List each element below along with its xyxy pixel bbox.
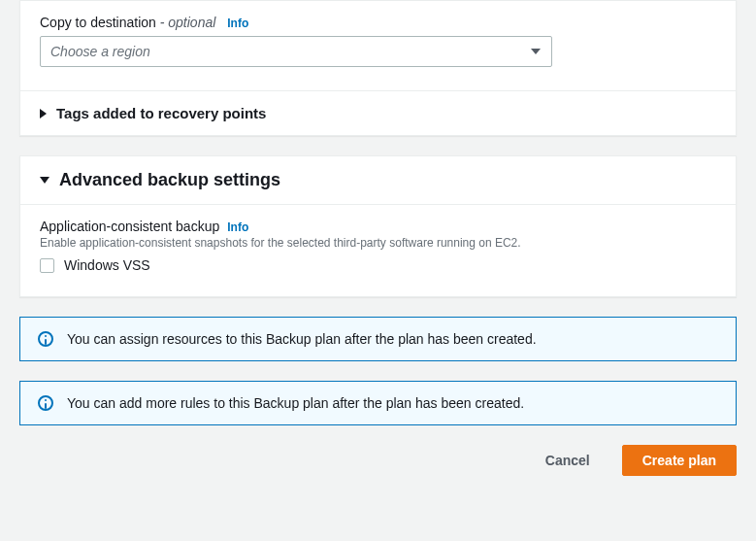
windows-vss-row: Windows VSS — [40, 257, 716, 273]
panel-copy-and-tags: Copy to destination - optional Info Choo… — [19, 0, 737, 136]
banner-assign-resources-text: You can assign resources to this Backup … — [67, 331, 537, 347]
windows-vss-checkbox[interactable] — [40, 258, 54, 273]
advanced-expander-title: Advanced backup settings — [59, 170, 280, 190]
app-consistent-label: Application-consistent backup — [40, 219, 219, 234]
copy-destination-label: Copy to destination - optional Info — [40, 15, 716, 30]
panel-advanced-settings: Advanced backup settings Application-con… — [19, 155, 737, 297]
caret-down-icon — [40, 177, 49, 184]
create-plan-button[interactable]: Create plan — [622, 445, 737, 476]
banner-add-rules: You can add more rules to this Backup pl… — [19, 381, 737, 425]
app-consistent-description: Enable application-consistent snapshots … — [40, 236, 716, 250]
banner-assign-resources: You can assign resources to this Backup … — [19, 317, 737, 361]
banner-add-rules-text: You can add more rules to this Backup pl… — [67, 395, 524, 411]
copy-destination-placeholder: Choose a region — [50, 44, 150, 59]
app-consistent-label-row: Application-consistent backup Info — [40, 219, 716, 234]
tags-expander-title: Tags added to recovery points — [56, 105, 266, 121]
copy-destination-info-link[interactable]: Info — [227, 17, 248, 30]
caret-right-icon — [40, 109, 47, 118]
copy-destination-select[interactable]: Choose a region — [40, 36, 552, 67]
app-consistent-info-link[interactable]: Info — [227, 220, 248, 234]
action-bar: Cancel Create plan — [19, 445, 737, 495]
optional-suffix: - optional — [156, 15, 215, 30]
windows-vss-label: Windows VSS — [64, 257, 150, 273]
advanced-body: Application-consistent backup Info Enabl… — [20, 205, 736, 296]
copy-destination-label-text: Copy to destination — [40, 15, 156, 30]
cancel-button[interactable]: Cancel — [525, 445, 610, 476]
copy-destination-section: Copy to destination - optional Info Choo… — [20, 1, 736, 90]
chevron-down-icon — [520, 37, 551, 66]
tags-expander[interactable]: Tags added to recovery points — [20, 90, 736, 135]
info-icon — [38, 395, 53, 411]
advanced-expander[interactable]: Advanced backup settings — [20, 156, 736, 205]
info-icon — [38, 331, 53, 347]
